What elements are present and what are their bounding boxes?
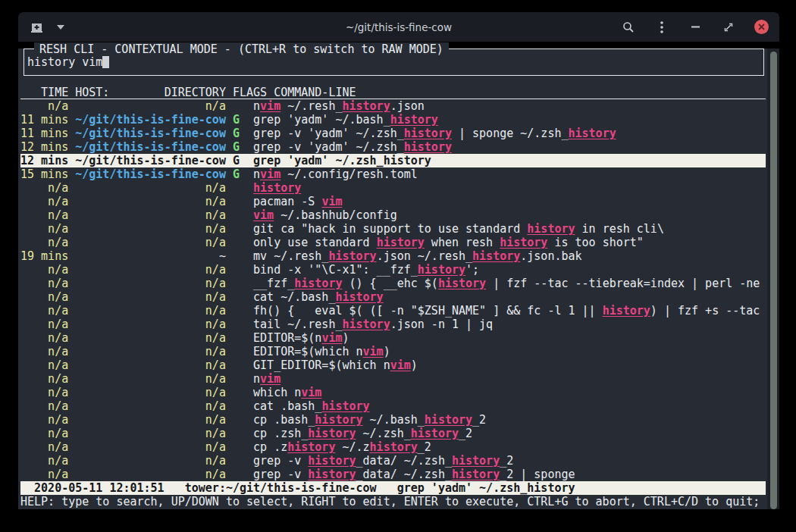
history-row[interactable]: n/a n/a nvim (20, 372, 766, 386)
history-row[interactable]: n/a n/a nvim ~/.resh_history.json (20, 99, 766, 113)
history-row[interactable]: n/a n/a EDITOR=$(which nvim) (20, 345, 766, 358)
row-time: n/a (20, 99, 68, 113)
history-row[interactable]: n/a n/a vim ~/.bashhub/config (20, 208, 766, 222)
scrollbar-track[interactable] (767, 49, 779, 509)
history-row[interactable]: n/a n/a which nvim (20, 386, 766, 399)
row-flags (233, 318, 240, 331)
history-row[interactable]: n/a n/a history (20, 181, 766, 195)
history-row[interactable]: n/a n/a git ca "hack in support to use s… (20, 222, 766, 236)
scrollbar-thumb[interactable] (770, 52, 777, 509)
row-directory: n/a (75, 331, 226, 345)
row-time: n/a (20, 222, 68, 236)
history-row[interactable]: n/a n/a cat .bash_history (20, 399, 766, 413)
history-row[interactable]: n/a n/a GIT_EDITOR=$(which nvim) (20, 358, 766, 372)
row-command: cp .bash_history ~/.bash_history_2 (253, 413, 486, 427)
match-text: history (452, 454, 500, 468)
history-row[interactable]: 15 mins ~/git/this-is-fine-cow G nvim ~/… (20, 167, 766, 181)
row-command: __fzf_history () { __ehc $(history | fzf… (253, 277, 760, 290)
row-directory: ~ (75, 249, 226, 263)
close-button[interactable] (754, 20, 769, 34)
row-flags: G (233, 154, 240, 167)
command-text: ) (411, 358, 418, 372)
history-row-selected[interactable]: 12 mins ~/git/this-is-fine-cow G grep 'y… (20, 154, 766, 167)
history-row[interactable]: n/a n/a cat ~/.bash_history (20, 290, 766, 304)
command-text: _data/ ~/.zsh_ (356, 468, 452, 481)
history-row[interactable]: n/a n/a only use standard history when r… (20, 236, 766, 249)
command-text: ~/.bashhub/config (274, 208, 397, 222)
row-time: n/a (20, 304, 68, 318)
history-row[interactable]: n/a n/a cp .bash_history ~/.bash_history… (20, 413, 766, 427)
row-command: cat .bash_history (253, 399, 370, 413)
text-cursor (102, 56, 109, 68)
command-text: .json.bak (520, 249, 581, 263)
match-text: history (418, 263, 465, 277)
row-time: n/a (20, 290, 68, 304)
row-time: n/a (20, 208, 68, 222)
command-text: n (253, 372, 260, 386)
row-flags (233, 277, 240, 290)
row-command: tail ~/.resh_history.json -n 1 | jq (253, 318, 493, 331)
maximize-button[interactable] (721, 20, 736, 35)
match-text: history (335, 290, 383, 304)
row-command: cp .zhistory ~/.zhistory_2 (253, 440, 431, 454)
chevron-down-icon (57, 25, 64, 30)
row-directory: n/a (75, 440, 226, 454)
search-button[interactable] (621, 20, 636, 35)
new-tab-button[interactable] (29, 20, 44, 35)
match-text: history (287, 440, 335, 454)
row-flags (233, 372, 240, 386)
history-row[interactable]: 11 mins ~/git/this-is-fine-cow G grep -v… (20, 127, 766, 140)
command-text: ~/.resh_ (280, 99, 342, 113)
resh-search-box: RESH CLI - CONTEXTUAL MODE - (CTRL+R to … (24, 49, 764, 76)
history-row[interactable]: 19 mins ~ mv ~/.resh_history.json ~/.res… (20, 249, 766, 263)
row-directory: n/a (75, 468, 226, 481)
tab-dropdown-button[interactable] (53, 20, 68, 35)
history-row[interactable]: n/a n/a __fzf_history () { __ehc $(histo… (20, 277, 766, 290)
terminal-content: RESH CLI - CONTEXTUAL MODE - (CTRL+R to … (18, 49, 779, 509)
row-flags: G (233, 113, 240, 127)
row-flags (233, 427, 240, 440)
row-flags: G (233, 167, 240, 181)
match-text: history (370, 440, 418, 454)
history-row[interactable]: 12 mins ~/git/this-is-fine-cow G grep -v… (20, 140, 766, 154)
command-text: .json (390, 99, 425, 113)
row-directory: n/a (75, 413, 226, 427)
status-host-dir: tower:~/git/this-is-fine-cow (165, 481, 377, 495)
menu-button[interactable] (654, 20, 669, 35)
history-row[interactable]: 11 mins ~/git/this-is-fine-cow G grep 'y… (20, 113, 766, 127)
match-text: history (472, 249, 520, 263)
history-row[interactable]: n/a n/a grep -v history_data/ ~/.zsh_his… (20, 468, 766, 481)
row-command: nvim (253, 372, 280, 386)
row-flags (233, 222, 240, 236)
new-tab-icon (30, 21, 43, 33)
history-row[interactable]: n/a n/a tail ~/.resh_history.json -n 1 |… (20, 318, 766, 331)
history-row[interactable]: n/a n/a grep -v history_data/ ~/.zsh_his… (20, 454, 766, 468)
command-text: _2 (418, 440, 431, 454)
status-bar: 2020-05-11 12:01:51 tower:~/git/this-is-… (20, 481, 766, 495)
minimize-button[interactable] (688, 20, 703, 35)
command-text: _2 | sponge (500, 468, 575, 481)
history-row[interactable]: n/a n/a cp .zhistory ~/.zhistory_2 (20, 440, 766, 454)
row-directory: n/a (75, 358, 226, 372)
row-command: cat ~/.bash_history (253, 290, 384, 304)
history-row[interactable]: n/a n/a EDITOR=$(nvim) (20, 331, 766, 345)
row-flags (233, 304, 240, 318)
history-row[interactable]: n/a n/a bind -x '"\C-x1": __fzf_history'… (20, 263, 766, 277)
history-row[interactable]: n/a n/a cp .zsh_history ~/.zsh_history_2 (20, 427, 766, 440)
command-text: () { __ehc $( (342, 277, 437, 290)
match-text: history (321, 399, 369, 413)
help-line: HELP: type to search, UP/DOWN to select,… (20, 495, 766, 509)
row-flags: G (233, 140, 240, 154)
row-command: grep 'yadm' ~/.bash_history (253, 113, 438, 127)
row-flags: G (233, 127, 240, 140)
match-text: history (308, 427, 356, 440)
row-time: n/a (20, 195, 68, 208)
search-icon (622, 21, 635, 33)
history-row[interactable]: n/a n/a pacman -S vim (20, 195, 766, 208)
command-text: cp .z (253, 440, 287, 454)
command-text: .json -n 1 | jq (390, 318, 493, 331)
history-row[interactable]: n/a n/a fh() { eval $( ([ -n "$ZSH_NAME"… (20, 304, 766, 318)
match-text: history (342, 318, 390, 331)
command-text: EDITOR=$(which n (253, 345, 363, 358)
match-text: history (308, 468, 356, 481)
